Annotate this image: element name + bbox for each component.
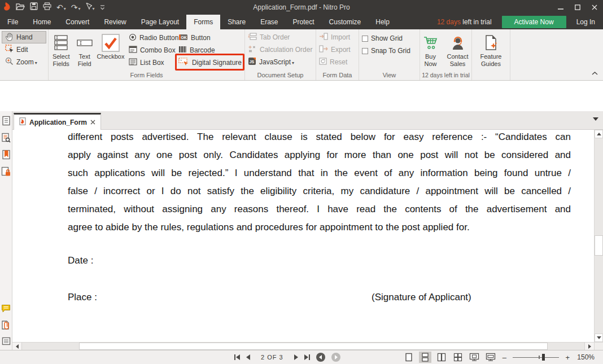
previous-page-button[interactable] (246, 354, 250, 360)
redo-button[interactable]: ↷ (71, 3, 81, 11)
javascript-icon: JS (248, 57, 256, 67)
document-tab-bar: Application_Form (12, 111, 603, 130)
signatures-panel-icon[interactable] (1, 166, 11, 179)
continuous-view-button[interactable] (419, 352, 431, 363)
tab-erase[interactable]: Erase (253, 15, 285, 29)
hand-tool-button[interactable]: Hand (2, 31, 46, 43)
snap-to-grid-checkbox-icon (362, 48, 368, 54)
history-back-button[interactable] (316, 353, 325, 362)
tab-home[interactable]: Home (25, 15, 58, 29)
export-button[interactable]: Export (316, 43, 359, 56)
snap-to-grid-checkbox[interactable]: Snap To Grid (359, 45, 420, 57)
digital-signature-icon (178, 58, 189, 68)
combo-box-icon (129, 46, 137, 55)
tab-convert[interactable]: Convert (58, 15, 97, 29)
collapse-ribbon-button[interactable] (592, 67, 598, 77)
reset-button[interactable]: Reset (316, 56, 359, 68)
tab-list-dropdown[interactable] (593, 117, 598, 121)
scroll-up-button[interactable] (595, 130, 603, 138)
button-field-button[interactable]: OK Button (176, 32, 244, 44)
svg-text:JS: JS (250, 60, 255, 64)
vertical-scroll-thumb[interactable] (595, 235, 603, 256)
calculation-order-button[interactable]: Calculation Order (245, 43, 316, 56)
tab-customize[interactable]: Customize (322, 15, 369, 29)
output-panel-icon[interactable] (2, 337, 11, 348)
reset-label: Reset (330, 58, 347, 66)
feature-guides-group: Feature Guides (472, 29, 510, 80)
next-page-button[interactable] (294, 354, 298, 360)
radio-button-button[interactable]: Radio Button (126, 32, 176, 44)
show-grid-label: Show Grid (371, 34, 403, 42)
vertical-scrollbar[interactable] (594, 130, 603, 342)
tab-order-label: Tab Order (260, 33, 290, 41)
view-group-label: View (359, 72, 420, 78)
horizontal-scroll-thumb[interactable] (79, 343, 548, 350)
log-in-button[interactable]: Log In (576, 18, 595, 26)
tab-help[interactable]: Help (368, 15, 397, 29)
text-field-icon (76, 33, 93, 53)
quad-pages-view-button[interactable] (452, 352, 464, 363)
bookmarks-panel-icon[interactable] (2, 150, 11, 162)
javascript-label: JavaScript (259, 58, 294, 66)
fit-width-view-button[interactable] (484, 352, 497, 363)
facing-pages-view-button[interactable] (435, 352, 448, 363)
activate-now-button[interactable]: Activate Now (502, 16, 566, 28)
first-page-button[interactable] (234, 354, 240, 360)
select-tool-button[interactable] (86, 2, 95, 12)
show-grid-checkbox-icon (362, 36, 368, 42)
attachments-panel-icon[interactable] (1, 320, 11, 332)
checkbox-field-icon (101, 33, 120, 53)
zoom-in-button[interactable]: + (564, 353, 571, 362)
tab-protect[interactable]: Protect (286, 15, 322, 29)
open-file-button[interactable] (16, 2, 25, 12)
fit-page-view-button[interactable] (468, 352, 480, 363)
zoom-slider-handle[interactable] (542, 354, 545, 361)
zoom-slider[interactable] (513, 353, 559, 361)
print-button[interactable] (43, 2, 51, 12)
status-bar: 2 OF 3 – + 150% (0, 350, 603, 364)
horizontal-scrollbar[interactable] (12, 342, 594, 350)
tab-page-layout[interactable]: Page Layout (134, 15, 186, 29)
tab-share[interactable]: Share (220, 15, 253, 29)
view-controls: – + 150% (403, 350, 595, 364)
maximize-button[interactable] (569, 0, 586, 15)
document-tab-title: Application_Form (29, 119, 87, 126)
close-button[interactable] (586, 0, 603, 15)
minimize-button[interactable] (552, 0, 569, 15)
list-box-button[interactable]: List Box (126, 56, 176, 69)
scroll-right-button[interactable] (584, 343, 594, 350)
view-group: Show Grid Snap To Grid View (359, 29, 420, 80)
javascript-button[interactable]: JS JavaScript (245, 56, 316, 68)
tab-order-button[interactable]: Tab Order (245, 31, 316, 43)
save-button[interactable] (30, 2, 38, 12)
search-results-panel-icon[interactable] (1, 133, 11, 145)
vertical-scroll-track[interactable] (595, 138, 603, 334)
show-grid-checkbox[interactable]: Show Grid (359, 32, 420, 45)
scroll-down-button[interactable] (595, 334, 603, 342)
tab-forms[interactable]: Forms (186, 15, 220, 29)
scrollbar-corner (594, 342, 603, 350)
pages-panel-icon[interactable] (2, 116, 11, 128)
close-tab-icon[interactable] (90, 119, 95, 126)
import-icon (319, 33, 328, 42)
undo-button[interactable]: ↶ (56, 3, 66, 11)
zoom-out-button[interactable]: – (501, 353, 508, 362)
edit-tool-button[interactable]: Edit (2, 43, 46, 56)
digital-signature-button[interactable]: Digital Signature (176, 56, 244, 69)
tab-review[interactable]: Review (97, 15, 133, 29)
quick-access-toolbar: ↶ ↷ (0, 2, 105, 13)
barcode-button[interactable]: Barcode (176, 44, 244, 56)
import-button[interactable]: Import (316, 31, 359, 43)
document-tab[interactable]: Application_Form (14, 113, 101, 130)
zoom-tool-button[interactable]: Zoom (2, 56, 46, 68)
combo-box-button[interactable]: Combo Box (126, 44, 176, 56)
scroll-left-button[interactable] (12, 343, 22, 350)
comments-panel-icon[interactable] (1, 304, 11, 315)
history-forward-button[interactable] (331, 353, 340, 362)
checkbox-field-label: Checkbox (97, 53, 124, 60)
customize-quick-access-button[interactable] (100, 2, 105, 12)
single-page-view-button[interactable] (403, 352, 415, 363)
feature-guides-button[interactable]: Feature Guides (476, 31, 506, 80)
last-page-button[interactable] (304, 354, 310, 360)
tab-file[interactable]: File (0, 15, 25, 29)
